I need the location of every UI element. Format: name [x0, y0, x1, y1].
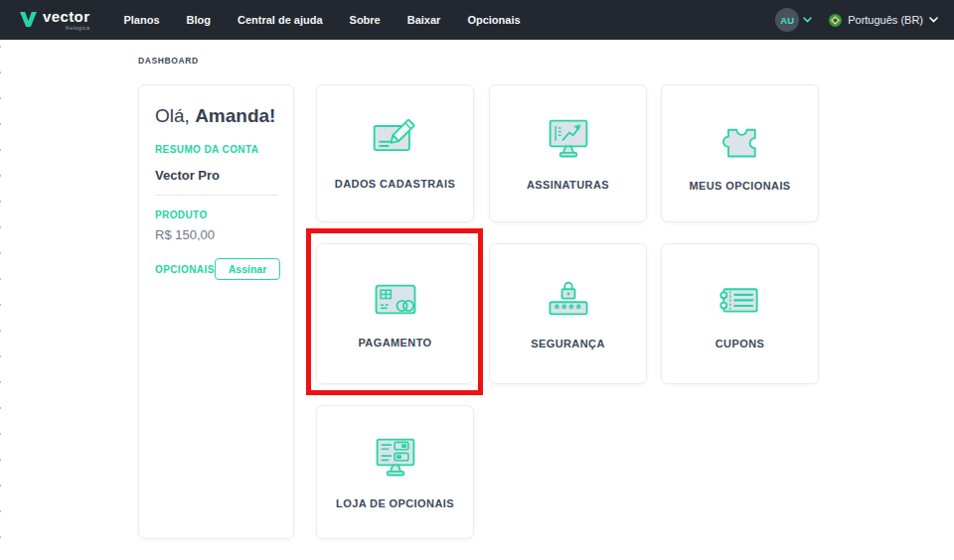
card-pagamento[interactable]: PAGAMENTO: [316, 243, 474, 384]
nav-item-opcionais[interactable]: Opcionais: [467, 14, 520, 26]
card-label: DADOS CADASTRAIS: [329, 178, 461, 190]
breadcrumb: DASHBOARD: [138, 56, 199, 66]
greeting-name: Amanda!: [195, 105, 275, 126]
card-label: ASSINATURAS: [521, 179, 615, 191]
monitor-toggles-icon: [370, 435, 421, 481]
nav-item-central-de-ajuda[interactable]: Central de ajuda: [238, 14, 323, 26]
greeting: Olá, Amanda!: [155, 105, 277, 127]
navbar-right: AU Português (BR): [775, 8, 938, 32]
top-navbar: vector Nelogica Planos Blog Central de a…: [0, 0, 954, 40]
vector-logo-icon: [20, 12, 37, 27]
product-price: R$ 150,00: [155, 227, 277, 242]
logo-subtitle: Nelogica: [43, 26, 89, 32]
optionals-row: OPCIONAIS Assinar: [155, 258, 277, 280]
card-label: SEGURANÇA: [525, 338, 611, 350]
password-lock-icon: ****: [543, 278, 594, 321]
product-label: PRODUTO: [155, 210, 277, 220]
nav-item-blog[interactable]: Blog: [187, 14, 211, 26]
greeting-prefix: Olá,: [155, 105, 195, 126]
card-label: MEUS OPCIONAIS: [683, 180, 796, 192]
card-seguranca[interactable]: **** SEGURANÇA: [489, 243, 647, 384]
language-selector[interactable]: Português (BR): [829, 14, 938, 27]
card-assinaturas[interactable]: ASSINATURAS: [489, 84, 647, 222]
puzzle-icon: [715, 115, 766, 163]
logo-name: vector: [43, 8, 89, 25]
card-loja-de-opcionais[interactable]: LOJA DE OPCIONAIS: [316, 405, 474, 539]
divider: [155, 195, 277, 196]
account-summary-card: Olá, Amanda! RESUMO DA CONTA Vector Pro …: [138, 84, 294, 539]
card-dados-cadastrais[interactable]: DADOS CADASTRAIS: [316, 84, 474, 222]
coupon-icon: [715, 278, 766, 321]
chevron-down-icon: [803, 17, 812, 23]
subscribe-button[interactable]: Assinar: [215, 258, 281, 280]
optionals-label: OPCIONAIS: [155, 264, 215, 275]
brazil-flag-icon: [829, 14, 842, 27]
nav-item-baixar[interactable]: Baixar: [407, 14, 441, 26]
credit-card-icon: [370, 279, 421, 320]
logo-text: vector Nelogica: [43, 9, 89, 32]
form-pencil-icon: [370, 117, 421, 161]
left-edge-dots: [0, 46, 1, 560]
card-label: PAGAMENTO: [352, 337, 437, 349]
card-label: LOJA DE OPCIONAIS: [330, 497, 460, 509]
card-meus-opcionais[interactable]: MEUS OPCIONAIS: [661, 84, 819, 222]
card-cupons[interactable]: CUPONS: [661, 243, 819, 384]
language-label: Português (BR): [848, 14, 923, 26]
card-label: CUPONS: [710, 338, 770, 350]
svg-text:****: ****: [554, 301, 582, 317]
user-menu[interactable]: AU: [775, 8, 812, 32]
vector-logo[interactable]: vector Nelogica: [20, 9, 89, 32]
chevron-down-icon: [929, 17, 938, 23]
nav-item-planos[interactable]: Planos: [123, 14, 159, 26]
dashboard-page: vector Nelogica Planos Blog Central de a…: [0, 0, 954, 560]
summary-section-title: RESUMO DA CONTA: [155, 144, 277, 155]
plan-name: Vector Pro: [155, 168, 277, 183]
monitor-chart-icon: [543, 116, 594, 162]
avatar: AU: [775, 8, 799, 32]
main-nav: Planos Blog Central de ajuda Sobre Baixa…: [123, 14, 520, 26]
nav-item-sobre[interactable]: Sobre: [350, 14, 381, 26]
